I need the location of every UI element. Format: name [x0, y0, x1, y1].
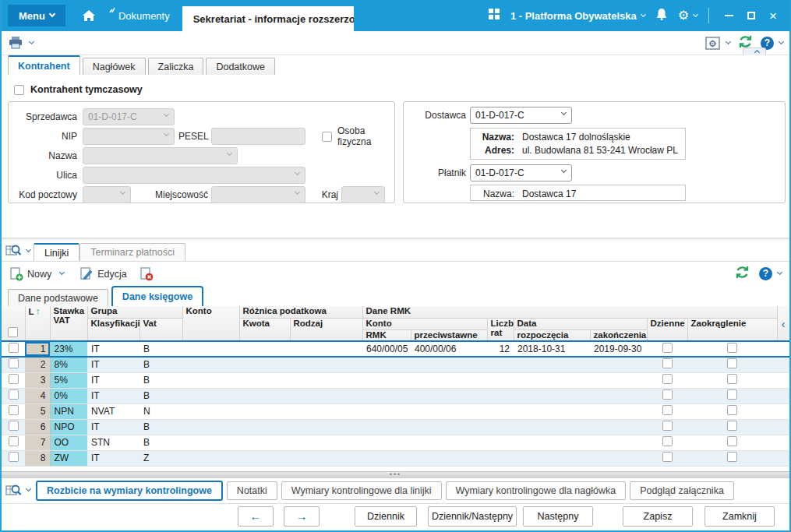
- cell-liczba-rat[interactable]: [487, 372, 514, 388]
- cell-dzienne[interactable]: [647, 388, 687, 403]
- cell-vat[interactable]: B: [139, 419, 182, 435]
- cell-lp[interactable]: 4: [25, 388, 50, 403]
- cell-stawka-vat[interactable]: 5%: [50, 372, 87, 388]
- cell-data-zakonczenia[interactable]: [590, 357, 647, 372]
- col-przeciwstawne[interactable]: przeciwstawne: [411, 329, 487, 341]
- dziennik-button[interactable]: Dziennik: [355, 506, 417, 527]
- cell-liczba-rat[interactable]: [487, 388, 514, 403]
- cell-row-select[interactable]: [2, 435, 25, 450]
- cell-vat[interactable]: B: [139, 372, 182, 388]
- cell-dzienne[interactable]: [647, 357, 687, 372]
- zaokraglenie-checkbox[interactable]: [727, 421, 737, 431]
- tab-zaliczka[interactable]: Zaliczka: [148, 58, 204, 75]
- tab-dodatkowe[interactable]: Dodatkowe: [206, 58, 275, 75]
- col-klasyfikacji[interactable]: Klasyfikacji: [87, 318, 139, 341]
- cell-liczba-rat[interactable]: [487, 357, 514, 372]
- notifications-button[interactable]: [656, 8, 667, 23]
- col-stawka-vat[interactable]: StawkaVAT: [50, 306, 87, 341]
- cell-zaokraglenie[interactable]: [687, 450, 777, 466]
- cell-stawka-vat[interactable]: NPN: [50, 403, 87, 419]
- cell-row-select[interactable]: [2, 372, 25, 388]
- document-tab[interactable]: Sekretariat - informacje rozszerzon: [182, 6, 354, 31]
- col-rmk[interactable]: RMK: [362, 329, 411, 341]
- table-row[interactable]: 123%ITB640/00/05400/00/06122018-10-31201…: [2, 341, 789, 357]
- cell-konto-rmk[interactable]: [362, 403, 411, 419]
- zaokraglenie-checkbox[interactable]: [727, 374, 737, 384]
- search-grid-button[interactable]: [5, 484, 30, 498]
- cell-konto-rmk[interactable]: [362, 419, 411, 435]
- cell-lp[interactable]: 6: [25, 419, 50, 435]
- cell-stawka-vat[interactable]: OO: [50, 435, 87, 450]
- dostawca-select[interactable]: 01-D-017-C: [470, 107, 572, 124]
- zaokraglenie-checkbox[interactable]: [727, 452, 737, 462]
- dokumenty-button[interactable]: Dokumenty: [109, 10, 170, 22]
- cell-przeciwstawne[interactable]: [411, 435, 487, 450]
- cell-data-rozpoczecia[interactable]: [514, 372, 590, 388]
- cell-rodzaj[interactable]: [290, 372, 362, 388]
- zaokraglenie-checkbox[interactable]: [727, 358, 737, 368]
- osoba-fizyczna-checkbox[interactable]: [322, 132, 332, 142]
- refresh-lines-button[interactable]: [735, 265, 750, 283]
- close-button[interactable]: ×: [769, 9, 777, 23]
- cell-rodzaj[interactable]: [290, 450, 362, 466]
- cell-kwota[interactable]: [239, 419, 290, 435]
- minimize-button[interactable]: [725, 15, 733, 16]
- cell-konto[interactable]: [182, 450, 239, 466]
- table-row[interactable]: 5NPNNVATN: [2, 403, 789, 419]
- tab-dane-ksiegowe[interactable]: Dane księgowe: [111, 286, 203, 306]
- tab-linijki[interactable]: Linijki: [34, 243, 79, 261]
- cell-stawka-vat[interactable]: 8%: [50, 357, 87, 372]
- cell-dzienne[interactable]: [647, 403, 687, 419]
- cell-liczba-rat[interactable]: 12: [487, 341, 514, 357]
- cell-data-zakonczenia[interactable]: [590, 419, 647, 435]
- tab-terminarz-platnosci[interactable]: Terminarz płatności: [79, 243, 185, 261]
- dzienne-checkbox[interactable]: [662, 343, 673, 353]
- cell-klasyfikacji[interactable]: IT: [87, 341, 139, 357]
- help-lines-button[interactable]: ?: [759, 267, 782, 280]
- row-checkbox[interactable]: [9, 374, 19, 384]
- cell-row-select[interactable]: [2, 403, 25, 419]
- cell-data-zakonczenia[interactable]: [590, 435, 647, 450]
- cell-zaokraglenie[interactable]: [687, 435, 777, 450]
- cell-stawka-vat[interactable]: ZW: [50, 450, 87, 466]
- col-rodzaj[interactable]: Rodzaj: [290, 318, 362, 341]
- cell-przeciwstawne[interactable]: [411, 388, 487, 403]
- search-grid-button[interactable]: [5, 244, 30, 258]
- cell-klasyfikacji[interactable]: NVAT: [87, 403, 139, 419]
- tab-naglowek[interactable]: Nagłówek: [83, 58, 146, 75]
- kod-pocztowy-select[interactable]: [83, 186, 131, 203]
- cell-przeciwstawne[interactable]: [411, 357, 487, 372]
- col-konto[interactable]: Konto: [182, 306, 239, 341]
- row-checkbox[interactable]: [9, 405, 19, 415]
- ulica-select[interactable]: [83, 167, 305, 184]
- pesel-field[interactable]: [211, 128, 305, 145]
- app-selector[interactable]: 1 - Platforma Obywatelska: [510, 10, 645, 22]
- tab-rozbicie-wymiary[interactable]: Rozbicie na wymiary kontrolingowe: [36, 481, 223, 501]
- cell-kwota[interactable]: [239, 372, 290, 388]
- row-checkbox[interactable]: [9, 436, 19, 446]
- cell-vat[interactable]: Z: [139, 450, 182, 466]
- settings-button[interactable]: ⚙: [678, 9, 697, 22]
- cell-przeciwstawne[interactable]: [411, 372, 487, 388]
- cell-kwota[interactable]: [239, 435, 290, 450]
- cell-zaokraglenie[interactable]: [687, 357, 777, 372]
- cell-przeciwstawne[interactable]: 400/00/06: [411, 341, 487, 357]
- col-kwota[interactable]: Kwota: [239, 318, 290, 341]
- kontrahent-tymczasowy-checkbox[interactable]: [14, 85, 24, 95]
- cell-data-zakonczenia[interactable]: 2019-09-30: [590, 341, 647, 357]
- cell-klasyfikacji[interactable]: IT: [87, 357, 139, 372]
- row-checkbox[interactable]: [9, 421, 19, 431]
- cell-vat[interactable]: B: [139, 388, 182, 403]
- cell-konto[interactable]: [182, 372, 239, 388]
- cell-lp[interactable]: 5: [25, 403, 50, 419]
- dzienne-checkbox[interactable]: [662, 389, 673, 400]
- cell-konto-rmk[interactable]: [362, 372, 411, 388]
- cell-rodzaj[interactable]: [290, 341, 362, 357]
- cell-przeciwstawne[interactable]: [411, 419, 487, 435]
- cell-data-rozpoczecia[interactable]: [514, 419, 590, 435]
- tab-notatki[interactable]: Notatki: [227, 481, 277, 500]
- cell-rodzaj[interactable]: [290, 403, 362, 419]
- tab-dane-podstawowe[interactable]: Dane podstawowe: [8, 289, 108, 306]
- cell-dzienne[interactable]: [647, 450, 687, 466]
- cell-vat[interactable]: B: [139, 357, 182, 372]
